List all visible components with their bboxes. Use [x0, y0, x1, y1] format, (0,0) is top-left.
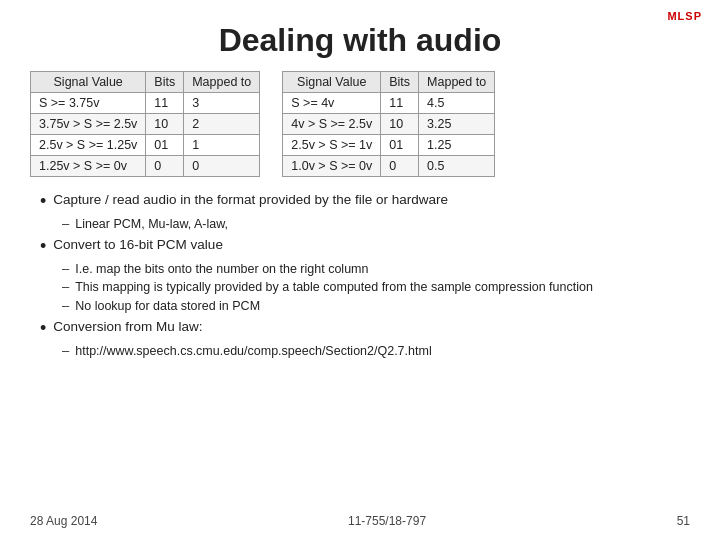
bullet-item: •Conversion from Mu law: — [40, 318, 690, 340]
bullet-item: •Capture / read audio in the format prov… — [40, 191, 690, 213]
sub-bullet-item: –Linear PCM, Mu-law, A-law, — [62, 216, 690, 234]
sub-bullets: –Linear PCM, Mu-law, A-law, — [62, 216, 690, 234]
sub-bullet-item: –I.e. map the bits onto the number on th… — [62, 261, 690, 279]
sub-bullet-item: –This mapping is typically provided by a… — [62, 279, 690, 297]
logo-text: MLSP — [667, 10, 702, 22]
footer: 28 Aug 2014 11-755/18-797 51 — [30, 514, 690, 528]
sub-bullet-dash: – — [62, 298, 69, 313]
table-row: 4v > S >= 2.5v103.25 — [283, 114, 495, 135]
table-row: S >= 3.75v113 — [31, 93, 260, 114]
table1-header-1: Bits — [146, 72, 184, 93]
bullet-dot: • — [40, 318, 46, 340]
table1-header-2: Mapped to — [184, 72, 260, 93]
sub-bullet-dash: – — [62, 279, 69, 294]
table-row: 1.0v > S >= 0v00.5 — [283, 156, 495, 177]
table2-header-0: Signal Value — [283, 72, 381, 93]
table1-header-0: Signal Value — [31, 72, 146, 93]
table2: Signal Value Bits Mapped to S >= 4v114.5… — [282, 71, 495, 177]
bullets-section: •Capture / read audio in the format prov… — [40, 191, 690, 363]
bullet-item: •Convert to 16-bit PCM value — [40, 236, 690, 258]
tables-row: Signal Value Bits Mapped to S >= 3.75v11… — [30, 71, 690, 177]
sub-bullet-dash: – — [62, 343, 69, 358]
logo-area: MLSP — [667, 8, 702, 23]
sub-bullet-text: No lookup for data stored in PCM — [75, 298, 260, 316]
footer-left: 28 Aug 2014 — [30, 514, 97, 528]
sub-bullet-item: –http://www.speech.cs.cmu.edu/comp.speec… — [62, 343, 690, 361]
bullet-text: Capture / read audio in the format provi… — [53, 191, 448, 210]
bullet-dot: • — [40, 236, 46, 258]
table1: Signal Value Bits Mapped to S >= 3.75v11… — [30, 71, 260, 177]
sub-bullet-text: Linear PCM, Mu-law, A-law, — [75, 216, 228, 234]
table2-header-1: Bits — [381, 72, 419, 93]
sub-bullets: –I.e. map the bits onto the number on th… — [62, 261, 690, 316]
footer-right: 51 — [677, 514, 690, 528]
sub-bullet-text: http://www.speech.cs.cmu.edu/comp.speech… — [75, 343, 431, 361]
table-row: S >= 4v114.5 — [283, 93, 495, 114]
table-row: 1.25v > S >= 0v00 — [31, 156, 260, 177]
bullet-dot: • — [40, 191, 46, 213]
sub-bullet-dash: – — [62, 216, 69, 231]
bullet-text: Convert to 16-bit PCM value — [53, 236, 223, 255]
sub-bullet-text: I.e. map the bits onto the number on the… — [75, 261, 368, 279]
sub-bullet-item: –No lookup for data stored in PCM — [62, 298, 690, 316]
sub-bullet-text: This mapping is typically provided by a … — [75, 279, 593, 297]
table-row: 3.75v > S >= 2.5v102 — [31, 114, 260, 135]
bullet-text: Conversion from Mu law: — [53, 318, 202, 337]
sub-bullet-dash: – — [62, 261, 69, 276]
footer-center: 11-755/18-797 — [348, 514, 426, 528]
table-row: 2.5v > S >= 1.25v011 — [31, 135, 260, 156]
sub-bullets: –http://www.speech.cs.cmu.edu/comp.speec… — [62, 343, 690, 361]
page-title: Dealing with audio — [30, 22, 690, 59]
page-container: MLSP Dealing with audio Signal Value Bit… — [0, 0, 720, 540]
table2-header-2: Mapped to — [419, 72, 495, 93]
table-row: 2.5v > S >= 1v011.25 — [283, 135, 495, 156]
